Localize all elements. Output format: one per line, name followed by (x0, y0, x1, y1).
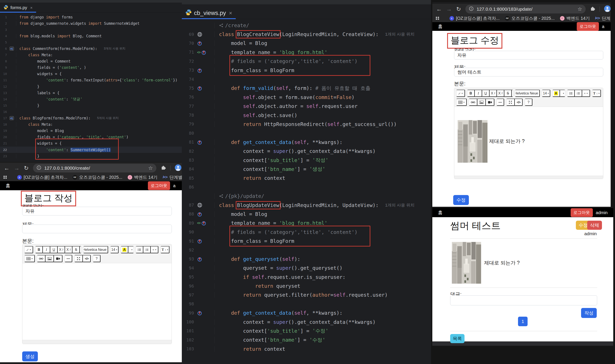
back-icon[interactable]: ← (436, 6, 442, 12)
apps-grid-icon[interactable] (436, 17, 439, 20)
colorA-button[interactable]: A (553, 90, 560, 97)
gutter-override-icon[interactable] (197, 257, 202, 262)
gutter-override-icon[interactable] (197, 140, 202, 145)
magic-button[interactable]: ▾ (457, 90, 465, 97)
bookmark-star-icon[interactable]: ☆ (577, 6, 582, 12)
sup-button[interactable]: X2 (489, 90, 497, 97)
bookmark-item[interactable]: OZ오즈코딩스쿨 - 2025... (505, 15, 555, 21)
font-size-button[interactable]: 14 ▾ (111, 246, 119, 253)
summernote-resize-bar[interactable] (22, 340, 172, 344)
bold-button[interactable]: B (35, 246, 43, 253)
colorA-button[interactable]: A (121, 246, 128, 253)
bookmark-item[interactable]: 백엔드 14기 (128, 174, 158, 180)
back-icon[interactable]: ← (4, 165, 10, 171)
forward-icon[interactable]: → (14, 165, 20, 171)
underline-button[interactable]: U (482, 90, 489, 97)
fullscreen-button[interactable] (506, 99, 515, 106)
eraser-button[interactable] (512, 90, 513, 97)
django-class-icon[interactable]: dj (10, 47, 14, 51)
align-button[interactable]: ▾ (582, 90, 590, 97)
video-button[interactable] (486, 99, 494, 106)
ol-button[interactable]: 123 (143, 246, 151, 253)
code-editor-views[interactable]: /create/69class BlogCreateView(LoginRequ… (182, 19, 431, 364)
title-input[interactable] (22, 225, 172, 233)
ul-button[interactable] (136, 246, 143, 253)
tab-cb-views-py[interactable]: cb_views.py × (182, 7, 236, 19)
comment-input[interactable] (450, 295, 597, 305)
apps-grid-icon[interactable] (3, 176, 7, 179)
extensions-icon[interactable] (161, 165, 166, 171)
lineheight-button[interactable]: T↕▾ (592, 90, 601, 97)
create-submit-button[interactable]: 생성 (22, 351, 38, 361)
gutter-override-icon[interactable] (197, 41, 202, 46)
underline-button[interactable]: U (50, 246, 58, 253)
title-input[interactable]: 썸머 테스트 (454, 68, 603, 77)
font-name-button[interactable]: Helvetica Neue ▾ (84, 246, 108, 253)
font-name-button[interactable]: Helvetica Neue ▾ (515, 90, 540, 97)
sub-button[interactable]: X2 (497, 90, 504, 97)
help-button[interactable]: ? (525, 99, 532, 106)
picture-button[interactable] (45, 255, 54, 262)
picture-button[interactable] (477, 99, 486, 106)
reload-icon[interactable]: ↻ (24, 165, 29, 171)
tab-close-icon[interactable]: × (30, 5, 33, 10)
table-button[interactable]: ▾ (25, 255, 35, 262)
bookmark-item[interactable]: z[OZ코딩스쿨] 초격차... (449, 15, 500, 21)
reload-icon[interactable]: ↻ (456, 6, 461, 12)
font-size-button[interactable]: 14 ▾ (542, 90, 550, 97)
link-button[interactable] (469, 99, 477, 106)
category-input[interactable]: 자유 (22, 207, 172, 215)
bookmark-item[interactable]: /<>단계별로 풀어보기 (595, 15, 611, 21)
logout-button[interactable]: 로그아웃 (571, 208, 593, 217)
colorCaret-button[interactable]: ▾ (560, 90, 565, 97)
table-button[interactable]: ▾ (457, 99, 467, 106)
gutter-url-globe-icon[interactable] (197, 202, 202, 208)
update-submit-button[interactable]: 수정 (453, 195, 469, 205)
bookmark-item[interactable]: 백엔드 14기 (560, 15, 590, 21)
list-button[interactable]: 목록 (450, 334, 464, 343)
colorCaret-button[interactable]: ▾ (128, 246, 134, 253)
address-bar[interactable]: 127.0.0.1:8000/create/ ☆ (33, 164, 156, 172)
ol-button[interactable]: 123 (575, 90, 582, 97)
italic-button[interactable]: I (43, 246, 50, 253)
gutter-override-icon[interactable] (197, 86, 202, 91)
summernote-content[interactable]: 제대로 되는가 ? (454, 107, 603, 176)
forward-icon[interactable]: → (446, 6, 452, 12)
comment-submit-button[interactable]: 작성 (581, 308, 597, 318)
ul-button[interactable] (567, 90, 575, 97)
extensions-icon[interactable] (590, 6, 595, 12)
align-button[interactable]: ▾ (151, 246, 158, 253)
logout-button[interactable]: 로그아웃 (148, 181, 170, 190)
django-class-icon[interactable]: dj (10, 116, 14, 120)
strike-button[interactable]: S (72, 246, 80, 253)
lineheight-button[interactable]: T↕▾ (161, 246, 169, 253)
site-info-icon[interactable] (469, 6, 474, 12)
site-info-icon[interactable] (37, 165, 41, 171)
code-editor-forms[interactable]: 1from django import forms2from django_su… (0, 13, 182, 162)
tab-forms-py[interactable]: forms.py × (0, 3, 36, 12)
summernote-content[interactable] (22, 263, 172, 340)
sup-button[interactable]: X2 (58, 246, 65, 253)
delete-button[interactable]: 삭제 (587, 221, 602, 230)
logout-button[interactable]: 로그아웃 (577, 22, 599, 31)
nav-home-link[interactable]: 홈 (6, 183, 10, 189)
gutter-override-icon[interactable] (201, 50, 206, 55)
gutter-override-icon[interactable] (197, 238, 202, 244)
gutter-url-globe-icon[interactable] (197, 32, 202, 37)
address-bar[interactable]: 127.0.0.1:8000/183/update/ ☆ (465, 5, 586, 13)
tab-close-icon[interactable]: × (229, 10, 232, 16)
category-input[interactable]: 자유 (454, 51, 603, 60)
bookmark-item[interactable]: OZ오즈코딩스쿨 - 2025... (73, 174, 122, 180)
italic-button[interactable]: I (475, 90, 482, 97)
profile-avatar[interactable] (175, 164, 181, 172)
gutter-override-icon[interactable] (197, 211, 202, 217)
codeview-button[interactable]: </> (83, 255, 91, 262)
codeview-button[interactable]: </> (515, 99, 523, 106)
hr-button[interactable]: — (497, 99, 504, 106)
link-button[interactable] (37, 255, 45, 262)
gutter-override-icon[interactable] (197, 310, 202, 316)
sub-button[interactable]: X2 (65, 246, 72, 253)
profile-avatar[interactable] (604, 5, 611, 13)
gutter-override-icon[interactable] (197, 68, 202, 73)
bookmark-item[interactable]: /<>단계별로 풀어보기 (163, 174, 182, 180)
